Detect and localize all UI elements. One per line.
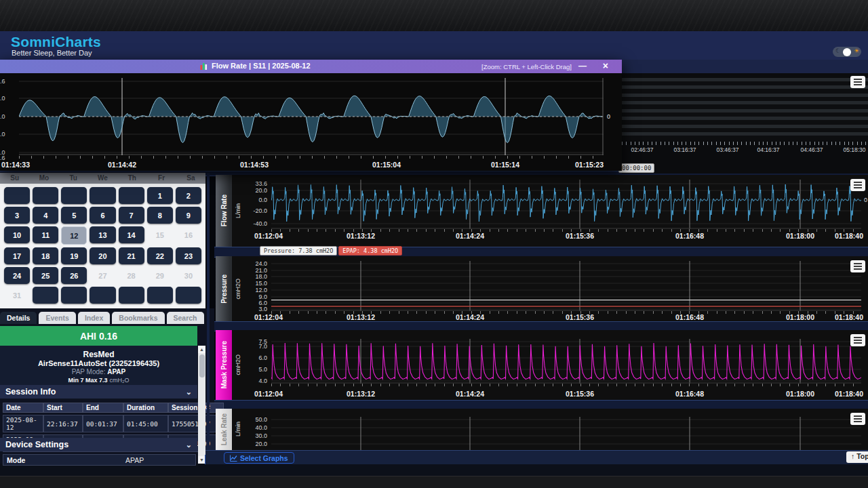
plot-pressure[interactable] (271, 261, 861, 311)
device-settings-header[interactable]: Device Settings ⌄ (0, 438, 197, 451)
chart-select-icon (230, 455, 237, 462)
x-tick-label: 01:15:36 (566, 232, 594, 240)
calendar-day[interactable]: 8 (147, 207, 173, 224)
calendar-day[interactable]: 10 (4, 226, 30, 243)
weekday-label: Th (117, 173, 146, 184)
toggle-knob[interactable] (843, 48, 851, 56)
minimize-button[interactable]: — (578, 61, 587, 70)
popup-flow-waveform[interactable] (19, 78, 604, 156)
calendar-day[interactable]: 20 (90, 247, 115, 264)
popup-y-tick-fragment: .0 (0, 95, 5, 102)
setting-label: Mode (3, 456, 125, 464)
calendar-day-empty[interactable] (33, 187, 58, 204)
chart-menu-button[interactable] (850, 334, 865, 346)
overview-time-label: 04:16:37 (757, 146, 779, 153)
calendar-day-empty[interactable] (90, 287, 115, 304)
overview-time-label: 04:46:37 (800, 146, 823, 153)
calendar-day-empty[interactable] (176, 287, 201, 304)
popup-chart-area[interactable]: .6.0.0.0.0.6 01:14:3301:14:4201:14:5301:… (0, 73, 622, 171)
epap-tooltip-value: EPAP: 4.38 cmH2O (338, 246, 402, 256)
x-tick-label: 01:14:24 (456, 390, 484, 398)
calendar-day[interactable]: 13 (90, 226, 115, 243)
tab-bookmarks[interactable]: Bookmarks (112, 312, 164, 324)
scroll-up-arrow[interactable]: ▲ (198, 346, 205, 353)
calendar-day[interactable]: 26 (61, 267, 87, 284)
calendar-day[interactable]: 18 (33, 247, 58, 264)
plot-leak_rate[interactable] (271, 417, 861, 450)
calendar-day[interactable]: 7 (119, 207, 144, 224)
calendar-day-empty[interactable] (33, 287, 58, 304)
calendar: SuMoTuWeThFrSa 1234567891011121314151617… (0, 173, 205, 308)
calendar-day-empty[interactable] (119, 287, 144, 304)
calendar-day-empty[interactable] (147, 287, 173, 304)
calendar-day-disabled: 27 (90, 267, 115, 284)
popup-titlebar[interactable]: Flow Rate | S11 | 2025-08-12 [Zoom: CTRL… (0, 60, 622, 73)
calendar-day[interactable]: 6 (90, 207, 115, 224)
calendar-day-selected[interactable]: 12 (61, 226, 87, 245)
plot-mask_pressure[interactable] (271, 339, 861, 384)
popup-x-tick-label: 01:15:23 (575, 161, 604, 169)
calendar-day-disabled: 15 (147, 226, 173, 243)
x-tick-label: 01:18:40 (835, 313, 863, 321)
calendar-day[interactable]: 9 (176, 207, 201, 224)
calendar-day[interactable]: 22 (147, 247, 173, 264)
channel-label: Flow Rate (220, 195, 228, 226)
calendar-day-disabled: 30 (176, 267, 201, 284)
session-column-header: Date (3, 403, 43, 413)
overview-chart[interactable]: 02:46:3703:16:3703:46:3704:16:3704:46:37… (622, 73, 868, 174)
calendar-day[interactable]: 17 (4, 247, 30, 264)
overview-menu-button[interactable] (850, 76, 865, 88)
y-tick-label: 20.0 (236, 187, 267, 194)
calendar-day[interactable]: 1 (147, 187, 173, 204)
y-tick-label: 33.6 (236, 180, 267, 187)
session-cell: 00:01:37 (83, 415, 123, 432)
x-tick-label: 01:13:12 (347, 390, 375, 398)
tab-search[interactable]: Search (167, 312, 204, 324)
popup-y-tick-fragment: .0 (0, 113, 5, 120)
popup-x-tick-label: 01:15:04 (372, 161, 401, 169)
x-tick-label: 01:14:24 (456, 313, 484, 321)
calendar-day[interactable]: 5 (61, 207, 87, 224)
calendar-day[interactable]: 14 (119, 226, 144, 243)
calendar-day[interactable]: 11 (33, 226, 58, 243)
x-tick-label: 01:18:40 (835, 390, 863, 398)
scrollbar-thumb[interactable] (199, 354, 205, 378)
y-tick-label: 6.0 (236, 354, 267, 361)
close-button[interactable]: × (603, 60, 608, 71)
calendar-day[interactable]: 3 (4, 207, 30, 224)
session-info-header[interactable]: Session Info ⌄ (0, 385, 197, 399)
plot-flow_rate[interactable] (271, 180, 861, 229)
calendar-weekday-header: SuMoTuWeThFrSa (0, 173, 205, 184)
back-to-top-button[interactable]: ↑ Top (846, 451, 868, 463)
calendar-day[interactable]: 2 (176, 187, 201, 204)
calendar-day[interactable]: 21 (119, 247, 144, 264)
calendar-day-disabled: 29 (147, 267, 173, 284)
chart-menu-button[interactable] (850, 260, 865, 272)
calendar-day-empty[interactable] (119, 187, 144, 204)
weekday-label: Fr (146, 173, 176, 184)
calendar-day[interactable]: 23 (176, 247, 201, 264)
calendar-day[interactable]: 19 (61, 247, 87, 264)
popup-x-tick-label: 01:14:33 (1, 161, 30, 169)
x-tick-label: 01:15:36 (566, 390, 594, 398)
tab-details[interactable]: Details (0, 312, 37, 324)
calendar-day[interactable]: 24 (4, 267, 30, 284)
popup-y-tick-fragment: .6 (0, 78, 5, 85)
calendar-day[interactable]: 25 (33, 267, 58, 284)
calendar-day-empty[interactable] (61, 187, 87, 204)
weekday-label: Su (0, 173, 29, 184)
chart-menu-button[interactable] (850, 413, 865, 425)
x-tick-label: 01:12:04 (254, 313, 283, 321)
tab-index[interactable]: Index (78, 312, 110, 324)
tab-events[interactable]: Events (39, 312, 75, 324)
theme-toggle[interactable]: ☾ ☀ (833, 47, 861, 57)
sidebar-scrollbar[interactable]: ▲ ▼ (198, 346, 205, 464)
overview-time-label: 02:46:37 (631, 146, 653, 153)
calendar-day[interactable]: 4 (33, 207, 58, 224)
chart-menu-button[interactable] (850, 179, 865, 191)
select-graphs-button[interactable]: Select Graphs (224, 452, 294, 464)
calendar-day-empty[interactable] (4, 187, 30, 204)
calendar-day-empty[interactable] (90, 187, 115, 204)
calendar-day-empty[interactable] (61, 287, 87, 304)
y-tick-label: 5.0 (236, 366, 267, 373)
